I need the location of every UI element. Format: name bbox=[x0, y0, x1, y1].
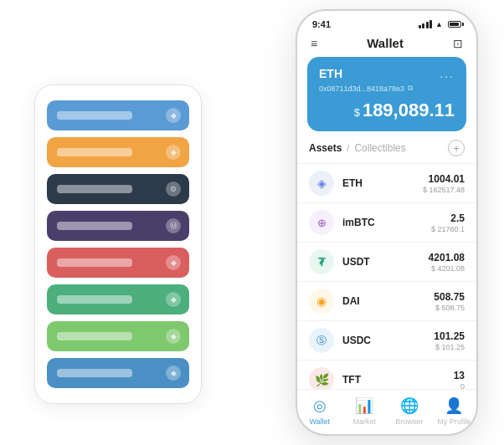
asset-amount-tft: 13 bbox=[454, 370, 465, 381]
asset-name-eth: ETH bbox=[342, 177, 423, 189]
card-icon: Ⓜ bbox=[166, 218, 181, 233]
phone-header: ≡ Wallet ⊡ bbox=[297, 33, 476, 57]
signal-bar-1 bbox=[419, 25, 421, 28]
asset-name-imbtc: imBTC bbox=[342, 217, 431, 228]
imbtc-icon: ⊕ bbox=[309, 210, 334, 235]
list-item[interactable]: ◆ bbox=[47, 100, 189, 130]
page-title: Wallet bbox=[367, 36, 404, 50]
eth-card-more-button[interactable]: ... bbox=[440, 67, 455, 80]
asset-name-dai: DAI bbox=[342, 295, 434, 307]
asset-name-tft: TFT bbox=[342, 374, 454, 386]
signal-bar-4 bbox=[429, 20, 432, 28]
add-icon: + bbox=[453, 142, 460, 155]
market-nav-icon: 📊 bbox=[355, 396, 373, 415]
assets-header: Assets / Collectibles + bbox=[297, 140, 476, 163]
list-item[interactable]: ◆ bbox=[47, 284, 189, 315]
eth-icon: ◈ bbox=[309, 171, 334, 196]
eth-balance: $189,089.11 bbox=[319, 100, 455, 121]
add-asset-button[interactable]: + bbox=[448, 140, 465, 156]
battery-fill bbox=[450, 23, 459, 26]
wallet-nav-label: Wallet bbox=[309, 417, 330, 426]
wifi-icon: ▲ bbox=[435, 20, 443, 28]
card-icon: ◆ bbox=[166, 329, 181, 344]
nav-item-wallet[interactable]: ◎ Wallet bbox=[297, 396, 342, 426]
list-item[interactable]: Ⓜ bbox=[47, 211, 189, 241]
eth-balance-amount: 189,089.11 bbox=[363, 100, 455, 120]
asset-usd-usdc: $ 101.25 bbox=[434, 343, 465, 351]
asset-amount-imbtc: 2.5 bbox=[431, 212, 465, 224]
eth-balance-symbol: $ bbox=[354, 106, 360, 119]
status-time: 9:41 bbox=[312, 19, 331, 29]
list-item[interactable]: ◆ bbox=[47, 137, 189, 167]
asset-values-imbtc: 2.5 $ 21760.1 bbox=[431, 212, 465, 233]
asset-amount-usdc: 101.25 bbox=[434, 330, 465, 342]
asset-values-usdt: 4201.08 $ 4201.08 bbox=[429, 252, 465, 273]
card-label bbox=[57, 185, 132, 193]
scene: ◆ ◆ ⚙ Ⓜ ◆ ◆ ◆ ◆ bbox=[9, 9, 495, 436]
battery-icon bbox=[448, 21, 461, 28]
eth-card[interactable]: ETH ... 0x08711d3d...8418a78e3 ⧉ $189,08… bbox=[307, 57, 466, 131]
asset-usd-imbtc: $ 21760.1 bbox=[431, 225, 465, 233]
card-label bbox=[57, 332, 132, 340]
table-row[interactable]: Ⓢ USDC 101.25 $ 101.25 bbox=[297, 320, 476, 360]
asset-usd-eth: $ 162517.48 bbox=[423, 186, 465, 194]
asset-values-dai: 508.75 $ 508.75 bbox=[434, 291, 465, 312]
table-row[interactable]: 🌿 TFT 13 0 bbox=[297, 360, 476, 389]
phone: 9:41 ▲ ≡ Wallet ⊡ ETH bbox=[296, 9, 478, 436]
asset-values-eth: 1004.01 $ 162517.48 bbox=[423, 173, 465, 194]
table-row[interactable]: ◈ ETH 1004.01 $ 162517.48 bbox=[297, 163, 476, 202]
table-row[interactable]: ₮ USDT 4201.08 $ 4201.08 bbox=[297, 242, 476, 281]
card-icon: ◆ bbox=[166, 255, 181, 270]
asset-name-usdc: USDC bbox=[342, 335, 434, 346]
scan-icon[interactable]: ⊡ bbox=[453, 37, 463, 50]
status-right: ▲ bbox=[419, 20, 461, 28]
market-nav-label: Market bbox=[352, 417, 376, 426]
tab-collectibles[interactable]: Collectibles bbox=[354, 142, 405, 154]
eth-address-text: 0x08711d3d...8418a78e3 bbox=[319, 84, 404, 93]
asset-usd-dai: $ 508.75 bbox=[434, 304, 465, 312]
list-item[interactable]: ◆ bbox=[47, 358, 189, 388]
card-icon: ◆ bbox=[166, 366, 181, 381]
menu-icon[interactable]: ≡ bbox=[311, 37, 317, 50]
asset-amount-usdt: 4201.08 bbox=[429, 252, 465, 263]
dai-icon: ◉ bbox=[309, 289, 334, 314]
card-icon: ⚙ bbox=[166, 182, 181, 197]
card-stack: ◆ ◆ ⚙ Ⓜ ◆ ◆ ◆ ◆ bbox=[34, 84, 202, 404]
card-label bbox=[57, 111, 132, 120]
bottom-nav: ◎ Wallet 📊 Market 🌐 Browser 👤 My Profile bbox=[297, 389, 476, 434]
assets-section: Assets / Collectibles + ◈ ETH 1004.01 $ … bbox=[297, 140, 476, 389]
table-row[interactable]: ⊕ imBTC 2.5 $ 21760.1 bbox=[297, 202, 476, 242]
card-icon: ◆ bbox=[166, 145, 181, 160]
profile-nav-label: My Profile bbox=[437, 417, 471, 426]
eth-address: 0x08711d3d...8418a78e3 ⧉ bbox=[319, 84, 455, 93]
list-item[interactable]: ◆ bbox=[47, 321, 189, 351]
nav-item-browser[interactable]: 🌐 Browser bbox=[387, 396, 432, 426]
wallet-nav-icon: ◎ bbox=[313, 396, 327, 415]
card-icon: ◆ bbox=[166, 292, 181, 307]
browser-nav-icon: 🌐 bbox=[400, 396, 419, 415]
asset-name-usdt: USDT bbox=[342, 256, 429, 268]
asset-values-usdc: 101.25 $ 101.25 bbox=[434, 330, 465, 351]
card-label bbox=[57, 222, 132, 230]
copy-address-icon[interactable]: ⧉ bbox=[408, 84, 413, 93]
signal-bar-3 bbox=[426, 22, 429, 28]
nav-item-profile[interactable]: 👤 My Profile bbox=[432, 396, 477, 426]
nav-item-market[interactable]: 📊 Market bbox=[342, 396, 388, 426]
browser-nav-label: Browser bbox=[395, 417, 423, 426]
tab-divider: / bbox=[347, 143, 349, 153]
list-item[interactable]: ◆ bbox=[47, 248, 189, 278]
list-item[interactable]: ⚙ bbox=[47, 174, 189, 204]
table-row[interactable]: ◉ DAI 508.75 $ 508.75 bbox=[297, 281, 476, 320]
asset-amount-eth: 1004.01 bbox=[423, 173, 465, 185]
asset-amount-dai: 508.75 bbox=[434, 291, 465, 303]
card-label bbox=[57, 148, 132, 156]
asset-usd-tft: 0 bbox=[454, 382, 465, 390]
status-bar: 9:41 ▲ bbox=[297, 11, 476, 33]
assets-tabs: Assets / Collectibles bbox=[309, 142, 406, 154]
profile-nav-icon: 👤 bbox=[445, 396, 463, 415]
tab-assets[interactable]: Assets bbox=[309, 142, 342, 154]
card-icon: ◆ bbox=[166, 108, 181, 123]
card-label bbox=[57, 369, 132, 377]
asset-values-tft: 13 0 bbox=[454, 370, 465, 390]
usdc-icon: Ⓢ bbox=[309, 328, 334, 353]
